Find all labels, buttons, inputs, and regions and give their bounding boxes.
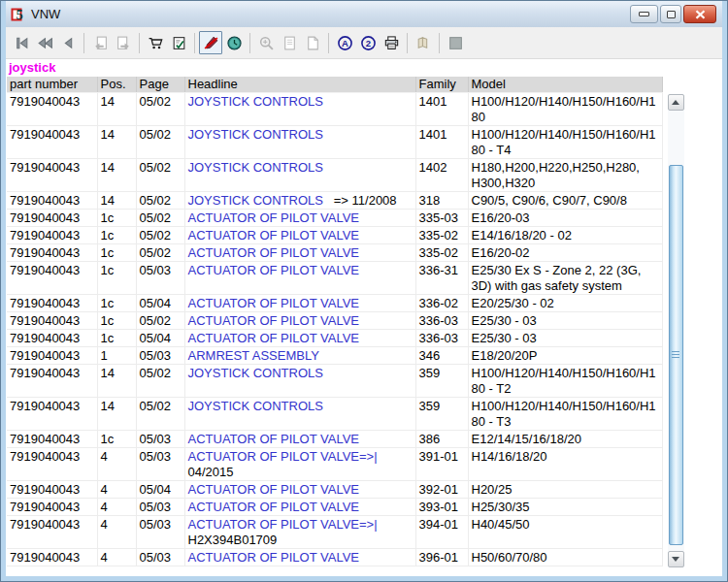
headline-link[interactable]: ACTUATOR OF PILOT VALVE [188, 550, 360, 565]
history-button[interactable] [222, 31, 246, 54]
headline-link[interactable]: ACTUATOR OF PILOT VALVE [188, 500, 360, 514]
cell-model: E25/30 - 03 [468, 311, 662, 329]
table-row[interactable]: 7919040043 4 05/03 ACTUATOR OF PILOT VAL… [7, 498, 662, 515]
title-bar[interactable]: 5 VNW [6, 1, 722, 27]
svg-text:2: 2 [365, 38, 370, 48]
headline-link[interactable]: ACTUATOR OF PILOT VALVE [188, 296, 360, 310]
headline-link[interactable]: ACTUATOR OF PILOT VALVE [188, 228, 360, 242]
no-edit-toggle[interactable] [199, 31, 222, 54]
column-header-pos[interactable]: Pos. [97, 77, 136, 92]
maximize-button[interactable] [660, 5, 681, 23]
table-row[interactable]: 7919040043 14 05/02 JOYSTICK CONTROLS 35… [7, 397, 662, 430]
vertical-scrollbar[interactable] [668, 94, 684, 567]
page-view-button[interactable] [278, 31, 301, 54]
first-record-button[interactable] [10, 31, 33, 54]
table-row[interactable]: 7919040043 1c 05/03 ACTUATOR OF PILOT VA… [7, 261, 662, 294]
headline-link[interactable]: ACTUATOR OF PILOT VALVE [188, 245, 360, 260]
table-row[interactable]: 7919040043 4 05/04 ACTUATOR OF PILOT VAL… [7, 480, 662, 498]
sort-numeric-button[interactable]: 2 [356, 31, 380, 54]
page-forward-button[interactable] [112, 31, 135, 54]
headline-link[interactable]: JOYSTICK CONTROLS [188, 127, 323, 142]
stop-button[interactable] [444, 31, 467, 54]
close-icon [695, 10, 706, 19]
table-row[interactable]: 7919040043 14 05/02 JOYSTICK CONTROLS 14… [7, 158, 662, 191]
table-row[interactable]: 7919040043 14 05/02 JOYSTICK CONTROLS 14… [7, 92, 662, 125]
cell-headline: ACTUATOR OF PILOT VALVE [184, 209, 415, 226]
scroll-down-button[interactable] [668, 551, 684, 567]
headline-link[interactable]: JOYSTICK CONTROLS [188, 366, 323, 380]
cell-model: E18/20/20P [468, 346, 662, 364]
cell-pos: 4 [97, 480, 136, 498]
headline-link[interactable]: ACTUATOR OF PILOT VALVE [188, 432, 360, 446]
checklist-button[interactable] [167, 31, 190, 54]
table-row[interactable]: 7919040043 1c 05/02 ACTUATOR OF PILOT VA… [7, 311, 662, 329]
page-preview-button[interactable] [301, 31, 324, 54]
table-row[interactable]: 7919040043 14 05/02 JOYSTICK CONTROLS 14… [7, 125, 662, 158]
table-row[interactable]: 7919040043 1c 05/04 ACTUATOR OF PILOT VA… [7, 294, 662, 311]
cell-family: 336-31 [415, 261, 468, 294]
pen-slash-icon [203, 35, 219, 51]
column-header-family[interactable]: Family [415, 77, 468, 92]
table-row[interactable]: 7919040043 1 05/03 ARMREST ASSEMBLY 346 … [7, 346, 662, 364]
headline-link[interactable]: ACTUATOR OF PILOT VALVE=>| [188, 517, 378, 532]
headline-link[interactable]: ACTUATOR OF PILOT VALVE=>| [188, 449, 378, 464]
sort-alpha-button[interactable]: A [333, 31, 356, 54]
table-row[interactable]: 7919040043 4 05/03 ACTUATOR OF PILOT VAL… [7, 548, 662, 566]
cell-family: 359 [415, 397, 468, 430]
headline-link[interactable]: ACTUATOR OF PILOT VALVE [188, 210, 360, 225]
column-header-headline[interactable]: Headline [184, 77, 415, 92]
scroll-up-button[interactable] [668, 94, 684, 111]
column-header-page[interactable]: Page [136, 77, 184, 92]
headline-link[interactable]: JOYSTICK CONTROLS [188, 399, 323, 413]
scrollbar-thumb[interactable] [669, 165, 683, 545]
table-row[interactable]: 7919040043 1c 05/04 ACTUATOR OF PILOT VA… [7, 329, 662, 346]
cell-pos: 4 [97, 548, 136, 566]
table-row[interactable]: 7919040043 1c 05/02 ACTUATOR OF PILOT VA… [7, 226, 662, 243]
cell-model: H100/H120/H140/H150/H160/H180 - T3 [468, 397, 662, 430]
headline-link[interactable]: ARMREST ASSEMBLY [188, 348, 319, 363]
close-button[interactable] [683, 5, 716, 23]
column-header-part-number[interactable]: part number [7, 77, 97, 92]
cell-part-number: 7919040043 [7, 548, 97, 566]
table-row[interactable]: 7919040043 4 05/03 ACTUATOR OF PILOT VAL… [7, 447, 662, 480]
cell-pos: 14 [97, 191, 136, 209]
toolbar: A2 [6, 27, 722, 59]
notes-button[interactable] [412, 31, 435, 54]
circled-2-icon: 2 [360, 35, 377, 51]
cell-family: 335-03 [415, 209, 468, 226]
page-back-button[interactable] [88, 31, 112, 54]
cell-family: 386 [415, 430, 468, 447]
app-icon[interactable]: 5 [11, 7, 26, 22]
checklist-icon [171, 35, 187, 51]
headline-link[interactable]: ACTUATOR OF PILOT VALVE [188, 313, 360, 328]
headline-link[interactable]: ACTUATOR OF PILOT VALVE [188, 331, 360, 345]
table-row[interactable]: 7919040043 14 05/02 JOYSTICK CONTROLS =>… [7, 191, 662, 209]
print-button[interactable] [380, 31, 403, 54]
table-row[interactable]: 7919040043 1c 05/02 ACTUATOR OF PILOT VA… [7, 209, 662, 226]
arrow-down-icon [672, 557, 679, 562]
table-row[interactable]: 7919040043 1c 05/03 ACTUATOR OF PILOT VA… [7, 430, 662, 447]
headline-link[interactable]: JOYSTICK CONTROLS [188, 160, 323, 175]
zoom-button[interactable] [254, 31, 278, 54]
cell-pos: 14 [97, 364, 136, 397]
cell-page: 05/02 [136, 92, 184, 125]
headline-link[interactable]: JOYSTICK CONTROLS [188, 193, 323, 208]
column-header-model[interactable]: Model [468, 77, 662, 92]
fast-back-button[interactable] [33, 31, 56, 54]
headline-link[interactable]: JOYSTICK CONTROLS [188, 94, 323, 109]
printer-icon [383, 35, 400, 51]
table-row[interactable]: 7919040043 1c 05/02 ACTUATOR OF PILOT VA… [7, 243, 662, 261]
headline-link[interactable]: ACTUATOR OF PILOT VALVE [188, 482, 360, 497]
cell-page: 05/04 [136, 329, 184, 346]
table-row[interactable]: 7919040043 4 05/03 ACTUATOR OF PILOT VAL… [7, 515, 662, 548]
cell-model: H14/16/18/20 [468, 447, 662, 480]
table-row[interactable]: 7919040043 14 05/02 JOYSTICK CONTROLS 35… [7, 364, 662, 397]
cell-headline: JOYSTICK CONTROLS => 11/2008 [184, 191, 415, 209]
cell-family: 1401 [415, 92, 468, 125]
previous-button[interactable] [56, 31, 80, 54]
minimize-button[interactable] [630, 5, 658, 23]
cell-family: 318 [415, 191, 468, 209]
headline-link[interactable]: ACTUATOR OF PILOT VALVE [188, 263, 360, 277]
cell-family: 336-03 [415, 311, 468, 329]
cart-button[interactable] [144, 31, 167, 54]
